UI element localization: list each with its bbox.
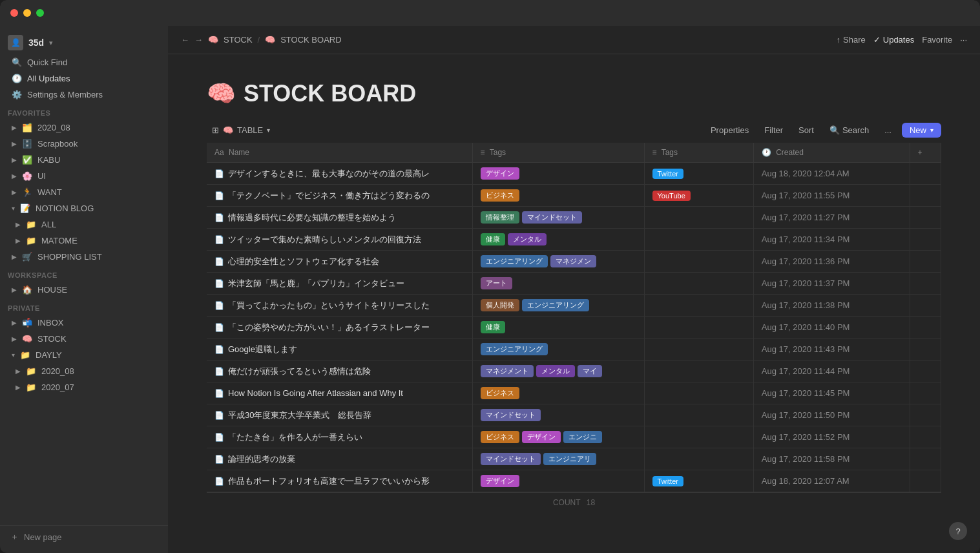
maximize-button[interactable]	[36, 9, 44, 17]
table-row[interactable]: 📄論理的思考の放棄マインドセットエンジニアリAug 17, 2020 11:58…	[207, 448, 941, 470]
table-row[interactable]: 📄俺だけが頑張ってるという感情は危険マネジメントメンタルマイAug 17, 20…	[207, 360, 941, 382]
tag-badge[interactable]: マイ	[578, 365, 602, 377]
minimize-button[interactable]	[23, 9, 31, 17]
tags1-cell[interactable]: ビジネス	[472, 382, 644, 404]
table-row[interactable]: 📄「買ってよかったもの」というサイトをリリースした個人開発エンジニアリングAug…	[207, 295, 941, 317]
more-options-button[interactable]: ···	[960, 35, 967, 45]
tag-badge[interactable]: エンジニアリング	[481, 255, 548, 267]
table-row[interactable]: 📄作品もポートフォリオも高速で一旦ラフでいいから形デザインTwitterAug …	[207, 470, 941, 492]
name-cell[interactable]: 📄デザインするときに、最も大事なのがその道の最高レ	[207, 163, 472, 185]
tags1-cell[interactable]: 健康メンタル	[472, 229, 644, 251]
tag-badge[interactable]: アート	[481, 277, 512, 289]
col-header-created[interactable]: 🕐 Created	[753, 143, 910, 163]
name-cell[interactable]: 📄平成30年度東京大学卒業式 総長告辞	[207, 404, 472, 426]
table-row[interactable]: 📄「この姿勢やめた方がいい！」あるイラストレーター健康Aug 17, 2020 …	[207, 317, 941, 339]
tags2-cell[interactable]	[644, 382, 753, 404]
sidebar-item-house[interactable]: ▶ 🏠 HOUSE	[4, 282, 164, 298]
tag-badge[interactable]: メンタル	[508, 233, 547, 245]
name-cell[interactable]: 📄How Notion Is Going After Atlassian and…	[207, 382, 472, 404]
tags1-cell[interactable]: マインドセット	[472, 404, 644, 426]
name-cell[interactable]: 📄「この姿勢やめた方がいい！」あるイラストレーター	[207, 317, 472, 339]
col-header-name[interactable]: Aa Name	[207, 143, 472, 163]
name-cell[interactable]: 📄作品もポートフォリオも高速で一旦ラフでいいから形	[207, 470, 472, 492]
sort-button[interactable]: Sort	[793, 123, 819, 138]
tags2-cell[interactable]	[644, 404, 753, 426]
tags2-cell[interactable]	[644, 448, 753, 470]
table-row[interactable]: 📄情報過多時代に必要な知識の整理を始めよう情報整理マインドセットAug 17, …	[207, 207, 941, 229]
tags1-cell[interactable]: 情報整理マインドセット	[472, 207, 644, 229]
sidebar-item-kabu[interactable]: ▶ ✅ KABU	[4, 152, 164, 168]
tag-badge[interactable]: マインドセット	[481, 409, 541, 421]
add-column-button[interactable]: +	[910, 143, 941, 163]
sidebar-item-shopping-list[interactable]: ▶ 🛒 SHOPPING LIST	[4, 249, 164, 265]
user-profile[interactable]: 👤 35d ▾	[0, 31, 168, 54]
properties-button[interactable]: Properties	[705, 123, 754, 138]
table-row[interactable]: 📄Google退職しますエンジニアリングAug 17, 2020 11:43 P…	[207, 339, 941, 360]
tag-badge[interactable]: 個人開発	[481, 299, 519, 311]
tag-badge[interactable]: ビジネス	[481, 387, 519, 399]
name-cell[interactable]: 📄俺だけが頑張ってるという感情は危険	[207, 360, 472, 382]
tag-badge[interactable]: マネジメント	[481, 365, 534, 377]
tags1-cell[interactable]: 個人開発エンジニアリング	[472, 295, 644, 317]
tags2-cell[interactable]	[644, 360, 753, 382]
tags1-cell[interactable]: デザイン	[472, 470, 644, 492]
tag-badge[interactable]: デザイン	[481, 167, 519, 180]
sidebar-item-2020_08b[interactable]: ▶ 📁 2020_08	[8, 363, 164, 379]
col-header-tags2[interactable]: ≡ Tags	[644, 143, 753, 163]
share-button[interactable]: ↑ Share	[837, 35, 866, 45]
tag-badge[interactable]: 情報整理	[481, 211, 519, 224]
tags1-cell[interactable]: マインドセットエンジニアリ	[472, 448, 644, 470]
tags1-cell[interactable]: マネジメントメンタルマイ	[472, 360, 644, 382]
updates-button[interactable]: ✓ Updates	[873, 35, 914, 45]
name-cell[interactable]: 📄情報過多時代に必要な知識の整理を始めよう	[207, 207, 472, 229]
tags1-cell[interactable]: ビジネス	[472, 185, 644, 207]
sidebar-item-all-updates[interactable]: 🕐 All Updates	[4, 70, 164, 87]
tags2-cell[interactable]	[644, 339, 753, 360]
tags2-cell[interactable]	[644, 317, 753, 339]
tag-badge[interactable]: 健康	[481, 233, 505, 245]
tag-badge[interactable]: デザイン	[522, 431, 561, 443]
new-page-button[interactable]: ＋ New page	[0, 525, 168, 548]
tag-badge[interactable]: エンジニアリ	[543, 453, 596, 465]
tag-badge[interactable]: 健康	[481, 321, 505, 333]
tag-badge[interactable]: ビジネス	[481, 189, 519, 202]
tag-badge[interactable]: エンジニアリング	[481, 343, 548, 355]
sidebar-item-inbox[interactable]: ▶ 📬 INBOX	[4, 315, 164, 331]
name-cell[interactable]: 📄「買ってよかったもの」というサイトをリリースした	[207, 295, 472, 317]
tags2-cell[interactable]	[644, 426, 753, 448]
tags2-cell[interactable]	[644, 207, 753, 229]
tag-badge[interactable]: ビジネス	[481, 431, 519, 443]
tags1-cell[interactable]: ビジネスデザインエンジニ	[472, 426, 644, 448]
col-header-tags1[interactable]: ≡ Tags	[472, 143, 644, 163]
tag-badge[interactable]: マインドセット	[522, 211, 582, 224]
more-table-options-button[interactable]: ...	[879, 123, 897, 138]
breadcrumb-label-stock[interactable]: STOCK	[224, 35, 253, 45]
table-view-button[interactable]: ⊞ 🧠 TABLE ▾	[207, 123, 275, 138]
table-row[interactable]: 📄How Notion Is Going After Atlassian and…	[207, 382, 941, 404]
sidebar-item-settings[interactable]: ⚙️ Settings & Members	[4, 87, 164, 103]
tags1-cell[interactable]: エンジニアリング	[472, 339, 644, 360]
tag-badge[interactable]: デザイン	[481, 475, 519, 487]
tags2-cell[interactable]: Twitter	[644, 470, 753, 492]
tags2-cell[interactable]: YouTube	[644, 185, 753, 207]
sidebar-item-stock[interactable]: ▶ 🧠 STOCK	[4, 331, 164, 347]
tags1-cell[interactable]: デザイン	[472, 163, 644, 185]
table-row[interactable]: 📄「テクノベート」でビジネス・働き方はどう変わるのビジネスYouTubeAug …	[207, 185, 941, 207]
sidebar-item-scrapbook[interactable]: ▶ 🗄️ Scrapbook	[4, 136, 164, 152]
sidebar-item-quick-find[interactable]: 🔍 Quick Find	[4, 54, 164, 70]
favorite-button[interactable]: Favorite	[922, 35, 952, 45]
breadcrumb-label-board[interactable]: STOCK BOARD	[280, 35, 341, 45]
tag-badge[interactable]: エンジニ	[563, 431, 602, 443]
tags2-cell[interactable]	[644, 251, 753, 273]
forward-button[interactable]: →	[194, 35, 203, 45]
sidebar-item-dayly[interactable]: ▾ 📁 DAYLY	[4, 347, 164, 363]
close-button[interactable]	[10, 9, 18, 17]
table-row[interactable]: 📄「たたき台」を作る人が一番えらいビジネスデザインエンジニAug 17, 202…	[207, 426, 941, 448]
table-row[interactable]: 📄平成30年度東京大学卒業式 総長告辞マインドセットAug 17, 2020 1…	[207, 404, 941, 426]
tag-badge[interactable]: Twitter	[652, 476, 683, 486]
name-cell[interactable]: 📄「たたき台」を作る人が一番えらい	[207, 426, 472, 448]
sidebar-item-matome[interactable]: ▶ 📁 MATOME	[8, 233, 164, 249]
name-cell[interactable]: 📄論理的思考の放棄	[207, 448, 472, 470]
table-row[interactable]: 📄米津玄師「馬と鹿」「パプリカ」インタビューアートAug 17, 2020 11…	[207, 273, 941, 295]
table-row[interactable]: 📄ツイッターで集めた素晴らしいメンタルの回復方法健康メンタルAug 17, 20…	[207, 229, 941, 251]
